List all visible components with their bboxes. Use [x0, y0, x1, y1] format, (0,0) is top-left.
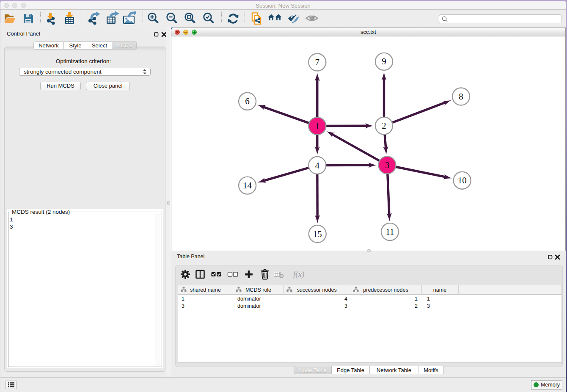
svg-text:11: 11 [385, 227, 394, 237]
svg-text:6: 6 [245, 96, 250, 106]
svg-text:15: 15 [313, 229, 322, 239]
svg-text:2: 2 [382, 121, 386, 131]
svg-text:9: 9 [382, 56, 386, 66]
svg-text:10: 10 [458, 175, 467, 185]
svg-text:1: 1 [315, 121, 320, 131]
svg-text:4: 4 [315, 160, 320, 171]
svg-text:3: 3 [385, 160, 390, 170]
svg-text:7: 7 [315, 57, 320, 67]
svg-text:8: 8 [459, 91, 463, 102]
svg-text:14: 14 [243, 180, 252, 190]
